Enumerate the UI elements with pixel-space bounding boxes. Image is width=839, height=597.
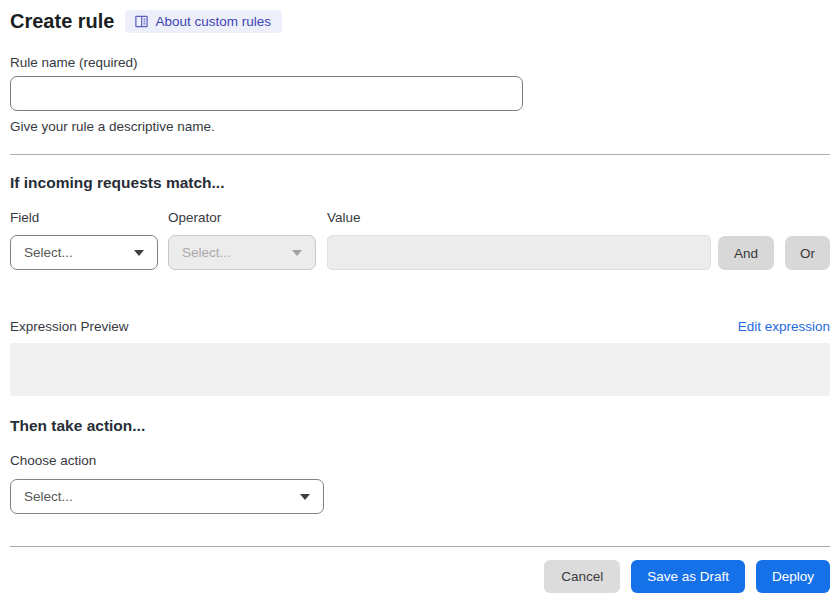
value-input[interactable] — [327, 235, 711, 270]
edit-expression-link[interactable]: Edit expression — [738, 319, 830, 334]
field-column: Field Select... — [10, 209, 158, 270]
page-header: Create rule About custom rules — [10, 8, 830, 34]
expression-preview-header: Expression Preview Edit expression — [10, 319, 830, 334]
value-column: Value — [327, 209, 711, 270]
create-rule-page: Create rule About custom rules Rule name… — [0, 0, 839, 597]
or-button[interactable]: Or — [785, 236, 830, 270]
footer-actions: Cancel Save as Draft Deploy — [10, 560, 830, 593]
field-select-value: Select... — [24, 245, 73, 260]
expression-preview-box — [10, 343, 830, 396]
chevron-down-icon — [134, 250, 144, 256]
deploy-button[interactable]: Deploy — [756, 560, 830, 593]
field-select[interactable]: Select... — [10, 235, 158, 270]
expression-preview-label: Expression Preview — [10, 319, 129, 334]
section-divider — [10, 154, 830, 155]
field-label: Field — [10, 209, 158, 226]
chevron-down-icon — [292, 250, 302, 256]
action-section-heading: Then take action... — [10, 416, 830, 436]
choose-action-label: Choose action — [10, 452, 830, 469]
expression-builder-row: Field Select... Operator Select... Value… — [10, 209, 830, 270]
about-custom-rules-link[interactable]: About custom rules — [125, 10, 283, 33]
action-select[interactable]: Select... — [10, 479, 324, 514]
operator-select-value: Select... — [182, 245, 231, 260]
operator-column: Operator Select... — [168, 209, 316, 270]
value-label: Value — [327, 209, 711, 226]
and-button[interactable]: And — [718, 236, 774, 270]
cancel-button[interactable]: Cancel — [544, 560, 620, 593]
save-as-draft-button[interactable]: Save as Draft — [631, 560, 745, 593]
book-icon — [134, 14, 149, 29]
operator-label: Operator — [168, 209, 316, 226]
action-select-value: Select... — [24, 489, 73, 504]
rule-name-input[interactable] — [10, 76, 523, 111]
match-section-heading: If incoming requests match... — [10, 173, 830, 193]
footer-divider — [10, 546, 830, 547]
page-title: Create rule — [10, 8, 115, 34]
operator-select[interactable]: Select... — [168, 235, 316, 270]
about-custom-rules-label: About custom rules — [156, 14, 272, 29]
rule-name-help: Give your rule a descriptive name. — [10, 118, 830, 135]
rule-name-label: Rule name (required) — [10, 54, 830, 71]
chevron-down-icon — [300, 494, 310, 500]
